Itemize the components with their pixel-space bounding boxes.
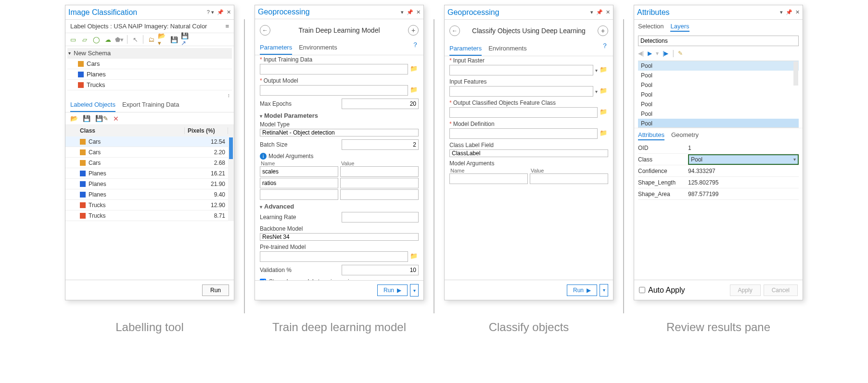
chevron-down-icon[interactable]: ▾ bbox=[656, 50, 659, 57]
learning-rate-field[interactable] bbox=[342, 212, 419, 222]
table-scrollbar[interactable] bbox=[228, 136, 234, 221]
validation-field[interactable] bbox=[342, 265, 419, 275]
favorite-button[interactable]: + bbox=[598, 25, 608, 36]
tab-parameters[interactable]: Parameters bbox=[260, 41, 292, 55]
browse-icon[interactable]: 📁 bbox=[600, 87, 608, 96]
favorite-button[interactable]: + bbox=[408, 25, 419, 36]
schema-item[interactable]: Planes bbox=[67, 69, 232, 80]
arg-name-2[interactable] bbox=[260, 178, 338, 188]
model-def-field[interactable] bbox=[449, 128, 598, 139]
input-training-data-field[interactable] bbox=[260, 64, 408, 74]
help-icon[interactable]: ？ bbox=[412, 41, 419, 55]
table-row[interactable]: Cars2.68 bbox=[65, 158, 228, 168]
browse-icon[interactable]: 📁 bbox=[600, 66, 608, 74]
col-class[interactable]: Class bbox=[77, 127, 185, 134]
help-icon[interactable]: ？ bbox=[601, 42, 608, 56]
schema-item[interactable]: Trucks bbox=[67, 80, 232, 90]
close-icon[interactable]: ✕ bbox=[795, 9, 800, 15]
tab-environments[interactable]: Environments bbox=[488, 42, 526, 56]
run-dropdown[interactable]: ▾ bbox=[410, 284, 419, 297]
model-type-select[interactable] bbox=[260, 129, 419, 136]
backbone-select[interactable] bbox=[260, 233, 419, 241]
section-advanced[interactable]: Advanced bbox=[264, 203, 294, 210]
table-row[interactable]: Cars2.20 bbox=[65, 147, 228, 158]
tab-attributes[interactable]: Attributes bbox=[638, 130, 664, 140]
tab-labeled-objects[interactable]: Labeled Objects bbox=[70, 98, 115, 112]
edit-icon[interactable]: ✎ bbox=[678, 50, 683, 57]
browse-icon[interactable]: 📁 bbox=[600, 108, 608, 117]
run-button[interactable]: Run▶ bbox=[567, 284, 597, 296]
delete-icon[interactable]: ✕ bbox=[113, 115, 119, 123]
arg-value-3[interactable] bbox=[340, 189, 419, 200]
list-item[interactable]: Pool bbox=[638, 71, 799, 80]
save-as-icon[interactable]: 💾↗ bbox=[181, 35, 191, 44]
browse-icon[interactable]: 📁 bbox=[410, 252, 419, 261]
field-class-value[interactable]: Pool▾ bbox=[688, 154, 799, 165]
output-fc-field[interactable] bbox=[449, 107, 598, 118]
batch-size-field[interactable] bbox=[342, 139, 419, 150]
schema-item[interactable]: Cars bbox=[67, 59, 232, 69]
close-icon[interactable]: ✕ bbox=[606, 9, 610, 15]
circle-tool-icon[interactable]: ◯ bbox=[91, 35, 101, 44]
select-tool-icon[interactable]: ↖ bbox=[130, 35, 140, 44]
dropdown-icon[interactable]: ▾ bbox=[595, 89, 598, 94]
table-row[interactable]: Trucks12.90 bbox=[65, 200, 228, 210]
info-icon[interactable]: i bbox=[260, 153, 267, 160]
close-icon[interactable]: ✕ bbox=[416, 9, 421, 15]
table-row[interactable]: Planes9.40 bbox=[65, 189, 228, 200]
input-features-field[interactable] bbox=[449, 86, 593, 97]
section-model-params[interactable]: Model Parameters bbox=[264, 112, 318, 119]
max-epochs-field[interactable] bbox=[342, 99, 419, 109]
menu-icon[interactable]: ▾ bbox=[401, 9, 404, 15]
tab-environments[interactable]: Environments bbox=[299, 41, 337, 55]
list-item[interactable]: Pool bbox=[638, 99, 799, 109]
play-icon[interactable]: ▶ bbox=[648, 50, 652, 57]
open-icon[interactable]: 📂 bbox=[70, 115, 78, 122]
open-folder-icon[interactable]: 📂▾ bbox=[158, 35, 167, 44]
list-item[interactable]: Pool bbox=[638, 80, 799, 90]
polyline-tool-icon[interactable]: ▱ bbox=[80, 35, 89, 44]
pin-icon[interactable]: 📌 bbox=[407, 9, 413, 15]
output-model-field[interactable] bbox=[260, 85, 408, 96]
auto-apply-checkbox[interactable] bbox=[639, 287, 645, 293]
first-icon[interactable]: ◀| bbox=[638, 50, 644, 57]
arg-value-1[interactable] bbox=[530, 173, 608, 184]
list-item[interactable]: Pool bbox=[638, 61, 799, 71]
arg-value-2[interactable] bbox=[340, 178, 419, 188]
arg-name-1[interactable] bbox=[260, 166, 338, 177]
table-row[interactable]: Planes16.21 bbox=[65, 168, 228, 179]
browse-icon[interactable]: 📁 bbox=[410, 65, 419, 74]
layer-select[interactable] bbox=[638, 36, 799, 46]
table-row[interactable]: Planes21.90 bbox=[65, 179, 228, 189]
browse-icon[interactable]: 📁 bbox=[600, 129, 608, 138]
list-item[interactable]: Pool bbox=[638, 119, 799, 128]
tab-selection[interactable]: Selection bbox=[638, 22, 664, 32]
rectangle-tool-icon[interactable]: ▭ bbox=[68, 35, 78, 44]
run-button[interactable]: Run bbox=[202, 284, 229, 296]
table-row[interactable]: Trucks8.71 bbox=[65, 210, 228, 221]
save-icon[interactable]: 💾 bbox=[83, 115, 90, 122]
arg-name-1[interactable] bbox=[449, 173, 528, 184]
list-scrollbar[interactable] bbox=[793, 62, 798, 86]
back-button[interactable]: ← bbox=[449, 25, 460, 36]
collapse-icon[interactable]: ▾ bbox=[68, 50, 71, 56]
feature-list[interactable]: PoolPoolPoolPoolPoolPoolPool bbox=[638, 61, 799, 128]
new-schema-icon[interactable]: 🗂 bbox=[146, 35, 156, 44]
back-button[interactable]: ← bbox=[260, 25, 270, 36]
schema-root[interactable]: ▾ New Schema bbox=[67, 48, 232, 59]
tab-export-training[interactable]: Export Training Data bbox=[122, 98, 179, 112]
save-edits-icon[interactable]: 💾✎ bbox=[95, 115, 108, 122]
arg-name-3[interactable] bbox=[260, 189, 338, 200]
table-row[interactable]: Cars12.54 bbox=[65, 136, 228, 147]
list-item[interactable]: Pool bbox=[638, 90, 799, 99]
pin-icon[interactable]: 📌 bbox=[596, 9, 603, 15]
cancel-button[interactable]: Cancel bbox=[764, 284, 798, 296]
menu-icon[interactable]: ▾ bbox=[780, 9, 783, 15]
menu-icon[interactable]: ≡ bbox=[225, 23, 229, 30]
tab-parameters[interactable]: Parameters bbox=[449, 42, 482, 56]
col-pixels[interactable]: Pixels (%) bbox=[185, 127, 228, 134]
class-label-field[interactable] bbox=[449, 149, 608, 157]
close-icon[interactable]: ✕ bbox=[227, 9, 231, 15]
help-icon[interactable]: ? ▾ bbox=[207, 9, 214, 15]
step-icon[interactable]: |▶ bbox=[663, 50, 668, 57]
